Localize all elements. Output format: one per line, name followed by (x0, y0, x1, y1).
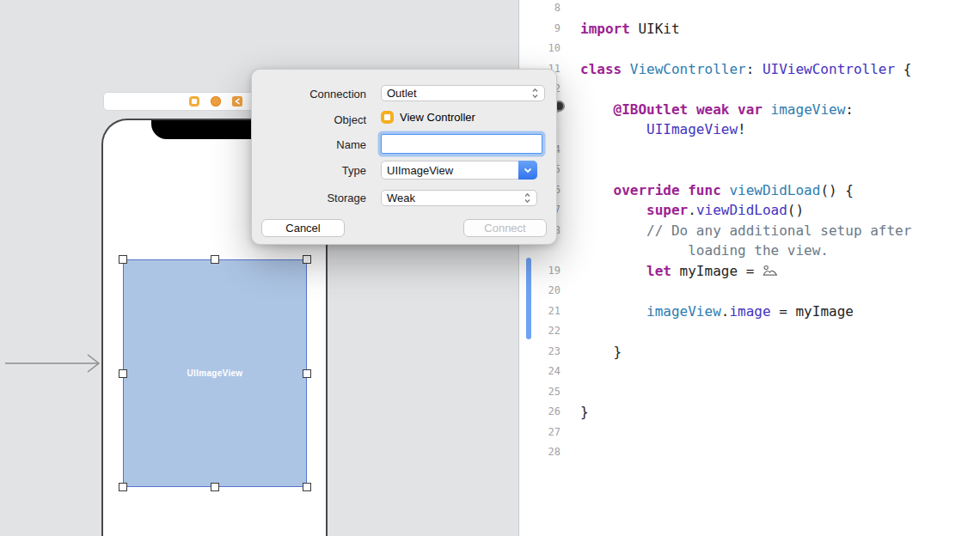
resize-handle[interactable] (211, 255, 219, 264)
connection-field-label: Connection (252, 88, 366, 100)
line-number[interactable]: 23 (519, 342, 560, 362)
code-line[interactable] (580, 79, 911, 100)
code-line[interactable] (580, 423, 911, 443)
image-literal-icon[interactable] (763, 263, 778, 279)
resize-handle[interactable] (119, 369, 127, 378)
code-line[interactable] (580, 160, 911, 180)
code-line[interactable]: super.viewDidLoad() (580, 200, 911, 221)
first-responder-icon[interactable] (211, 96, 221, 107)
source-control-change-bar (526, 258, 531, 339)
code-line[interactable]: import UIKit (580, 19, 911, 40)
storage-dropdown[interactable]: Weak (381, 190, 537, 206)
type-field-label: Type (252, 164, 366, 177)
code-line[interactable] (580, 39, 911, 59)
view-controller-object-icon (381, 111, 394, 124)
cancel-button[interactable]: Cancel (261, 219, 345, 237)
resize-handle[interactable] (119, 255, 127, 264)
view-controller-icon[interactable] (189, 96, 199, 107)
line-number[interactable]: 10 (519, 39, 560, 59)
object-field-label: Object (252, 113, 366, 126)
code-line[interactable]: let myImage = (580, 261, 911, 282)
code-line[interactable]: } (580, 402, 911, 423)
type-combo-button[interactable] (518, 161, 537, 180)
resize-handle[interactable] (303, 255, 311, 264)
connect-button[interactable]: Connect (463, 219, 547, 237)
object-value: View Controller (400, 111, 475, 124)
line-number[interactable]: 28 (519, 442, 560, 463)
code-line[interactable]: UIImageView! (580, 119, 911, 140)
code-line[interactable] (580, 362, 911, 382)
code-line[interactable]: override func viewDidLoad() { (580, 180, 911, 201)
uiimageview-canvas-object[interactable]: UIImageView (123, 259, 307, 487)
code-line[interactable]: // Do any additional setup after (580, 221, 911, 241)
line-number[interactable]: 8 (519, 0, 560, 19)
line-number[interactable]: 24 (519, 362, 560, 382)
initial-view-controller-arrow (0, 350, 105, 376)
code-line[interactable] (580, 382, 911, 403)
connection-popup: Connection Outlet Object View Controller… (251, 69, 557, 245)
name-input[interactable] (381, 134, 542, 154)
name-field-label: Name (252, 138, 366, 151)
resize-handle[interactable] (119, 483, 127, 491)
line-number[interactable]: 25 (519, 382, 560, 403)
code-line[interactable]: imageView.image = myImage (580, 302, 911, 322)
code-line[interactable]: class ViewController: UIViewController { (580, 59, 911, 80)
resize-handle[interactable] (303, 483, 311, 491)
connection-dropdown[interactable]: Outlet (381, 85, 545, 101)
resize-handle[interactable] (303, 369, 311, 378)
code-line[interactable]: @IBOutlet weak var imageView: (580, 100, 911, 120)
code-line[interactable] (580, 321, 911, 342)
resize-handle[interactable] (211, 483, 219, 491)
uiimageview-label: UIImageView (187, 368, 243, 378)
code-text[interactable]: import UIKitclass ViewController: UIView… (580, 0, 911, 463)
code-line[interactable]: } (580, 342, 911, 362)
code-line[interactable] (580, 281, 911, 302)
storage-field-label: Storage (252, 192, 366, 204)
code-line[interactable] (580, 140, 911, 161)
updown-chevron-icon (524, 192, 531, 204)
type-combobox[interactable]: UIImageView (381, 161, 537, 180)
code-line[interactable]: loading the view. (580, 241, 911, 261)
code-line[interactable] (580, 0, 911, 19)
chevron-down-icon (524, 168, 532, 174)
exit-icon[interactable] (232, 96, 242, 107)
code-editor[interactable]: 8910111213141516171819202122232425262728… (519, 0, 980, 536)
line-number[interactable]: 27 (519, 423, 560, 443)
line-number[interactable]: 9 (519, 19, 560, 40)
code-line[interactable] (580, 442, 911, 463)
updown-chevron-icon (531, 88, 539, 99)
line-number[interactable]: 26 (519, 402, 560, 423)
xcode-window: UIImageView 8910111213141516171819202122… (0, 0, 980, 536)
